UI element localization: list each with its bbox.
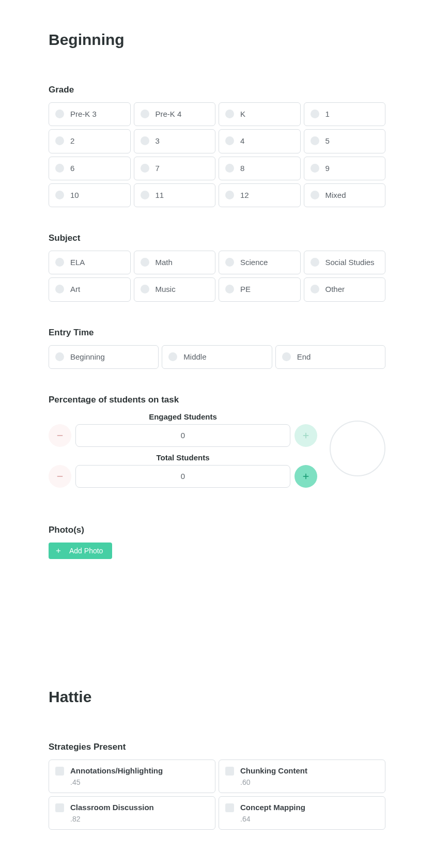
checkbox-icon	[225, 767, 234, 776]
grade-option-7[interactable]: 7	[134, 157, 216, 180]
total-label: Total Students	[49, 453, 317, 462]
grade-option-10[interactable]: 10	[49, 183, 131, 207]
grade-option-prek3[interactable]: Pre-K 3	[49, 102, 131, 126]
entry-time-option-beginning[interactable]: Beginning	[49, 345, 159, 369]
radio-icon	[55, 285, 64, 293]
radio-icon	[141, 164, 149, 173]
subject-options: ELA Math Science Social Studies Art Musi…	[49, 251, 385, 302]
option-label: Beginning	[70, 352, 105, 362]
option-label: 10	[70, 190, 79, 200]
radio-icon	[55, 191, 64, 199]
subject-option-social-studies[interactable]: Social Studies	[304, 251, 386, 274]
strategy-value: .60	[240, 778, 307, 786]
strategy-value: .45	[70, 778, 163, 786]
entry-time-label: Entry Time	[49, 328, 385, 338]
grade-option-1[interactable]: 1	[304, 102, 386, 126]
strategies-grid: Annotations/Highlighting .45 Chunking Co…	[49, 760, 385, 830]
minus-icon	[55, 431, 65, 440]
engaged-decrement-button[interactable]	[49, 424, 71, 447]
plus-icon	[55, 547, 62, 554]
minus-icon	[55, 472, 65, 481]
plus-icon	[301, 431, 311, 440]
option-label: Math	[156, 257, 173, 268]
option-label: Pre-K 4	[156, 109, 182, 119]
option-label: Pre-K 3	[70, 109, 97, 119]
option-label: 6	[70, 163, 74, 174]
strategy-value: .64	[240, 815, 305, 823]
radio-icon	[141, 285, 149, 293]
grade-option-mixed[interactable]: Mixed	[304, 183, 386, 207]
grade-option-11[interactable]: 11	[134, 183, 216, 207]
plus-icon	[301, 472, 311, 481]
add-photo-label: Add Photo	[69, 547, 103, 555]
percentage-chart	[330, 421, 385, 476]
engaged-stepper: Engaged Students	[49, 412, 317, 447]
subject-option-other[interactable]: Other	[304, 277, 386, 301]
radio-icon	[55, 136, 64, 145]
engaged-label: Engaged Students	[49, 412, 317, 421]
grade-option-6[interactable]: 6	[49, 157, 131, 180]
grade-label: Grade	[49, 85, 385, 95]
grade-option-12[interactable]: 12	[219, 183, 301, 207]
grade-options: Pre-K 3 Pre-K 4 K 1 2 3 4 5 6 7 8 9 10 1…	[49, 102, 385, 207]
strategy-chunking[interactable]: Chunking Content .60	[219, 760, 385, 793]
option-label: 12	[240, 190, 249, 200]
grade-option-3[interactable]: 3	[134, 129, 216, 153]
total-input[interactable]	[75, 465, 290, 488]
radio-icon	[55, 110, 64, 118]
radio-icon	[311, 258, 319, 267]
checkbox-icon	[55, 803, 64, 812]
radio-icon	[225, 285, 234, 293]
strategy-concept-mapping[interactable]: Concept Mapping .64	[219, 796, 385, 830]
grade-option-k[interactable]: K	[219, 102, 301, 126]
grade-option-prek4[interactable]: Pre-K 4	[134, 102, 216, 126]
grade-option-4[interactable]: 4	[219, 129, 301, 153]
strategies-label: Strategies Present	[49, 742, 385, 752]
entry-time-option-end[interactable]: End	[275, 345, 385, 369]
radio-icon	[141, 191, 149, 199]
radio-icon	[141, 110, 149, 118]
subject-option-pe[interactable]: PE	[219, 277, 301, 301]
strategy-name: Concept Mapping	[240, 803, 305, 812]
option-label: Mixed	[326, 190, 346, 200]
radio-icon	[311, 110, 319, 118]
hattie-title: Hattie	[49, 688, 385, 706]
grade-option-9[interactable]: 9	[304, 157, 386, 180]
grade-option-2[interactable]: 2	[49, 129, 131, 153]
subject-option-art[interactable]: Art	[49, 277, 131, 301]
radio-icon	[55, 258, 64, 267]
option-label: Music	[156, 284, 176, 295]
percentage-section: Engaged Students Total Students	[49, 412, 385, 494]
total-increment-button[interactable]	[295, 465, 317, 488]
entry-time-options: Beginning Middle End	[49, 345, 385, 369]
engaged-increment-button[interactable]	[295, 424, 317, 447]
percentage-label: Percentage of students on task	[49, 395, 385, 405]
subject-option-science[interactable]: Science	[219, 251, 301, 274]
subject-option-music[interactable]: Music	[134, 277, 216, 301]
strategy-name: Chunking Content	[240, 766, 307, 775]
add-photo-button[interactable]: Add Photo	[49, 542, 112, 559]
option-label: ELA	[70, 257, 85, 268]
total-stepper: Total Students	[49, 453, 317, 488]
total-decrement-button[interactable]	[49, 465, 71, 488]
option-label: Art	[70, 284, 80, 295]
engaged-input[interactable]	[75, 424, 290, 447]
grade-option-5[interactable]: 5	[304, 129, 386, 153]
option-label: 3	[156, 136, 160, 146]
option-label: 5	[326, 136, 330, 146]
radio-icon	[141, 258, 149, 267]
radio-icon	[225, 110, 234, 118]
checkbox-icon	[225, 803, 234, 812]
strategy-annotations[interactable]: Annotations/Highlighting .45	[49, 760, 215, 793]
subject-label: Subject	[49, 233, 385, 243]
option-label: Science	[240, 257, 268, 268]
radio-icon	[225, 258, 234, 267]
strategy-classroom-discussion[interactable]: Classroom Discussion .82	[49, 796, 215, 830]
subject-option-ela[interactable]: ELA	[49, 251, 131, 274]
radio-icon	[311, 191, 319, 199]
grade-option-8[interactable]: 8	[219, 157, 301, 180]
option-label: K	[240, 109, 245, 119]
option-label: Social Studies	[326, 257, 375, 268]
entry-time-option-middle[interactable]: Middle	[162, 345, 272, 369]
subject-option-math[interactable]: Math	[134, 251, 216, 274]
